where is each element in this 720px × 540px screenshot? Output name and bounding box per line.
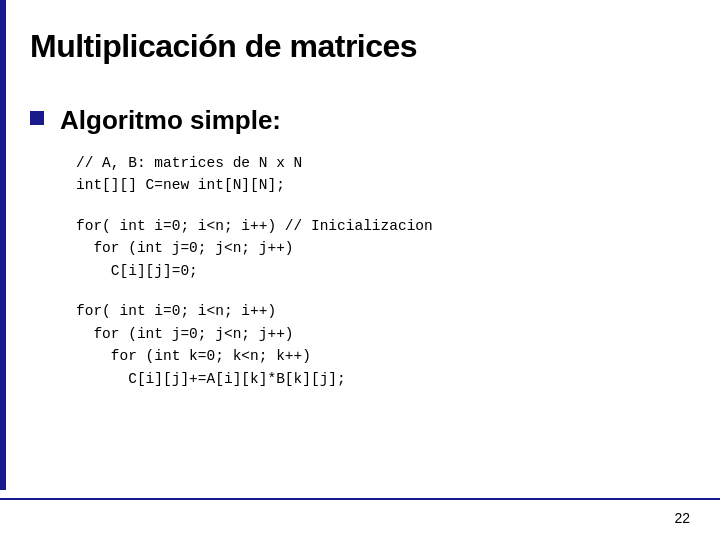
- code-block-3: for( int i=0; i<n; i++) for (int j=0; j<…: [76, 300, 680, 390]
- bullet-icon: [30, 111, 44, 125]
- slide: Multiplicación de matrices Algoritmo sim…: [0, 0, 720, 540]
- bullet-label: Algoritmo simple:: [60, 105, 281, 136]
- code-block-2: for( int i=0; i<n; i++) // Inicializacio…: [76, 215, 680, 282]
- left-accent-border: [0, 0, 6, 490]
- page-number: 22: [674, 510, 690, 526]
- bottom-accent-border: [0, 498, 720, 500]
- slide-content: Algoritmo simple: // A, B: matrices de N…: [0, 85, 720, 410]
- slide-header: Multiplicación de matrices: [0, 0, 720, 85]
- code-block-1: // A, B: matrices de N x N int[][] C=new…: [76, 152, 680, 197]
- slide-title: Multiplicación de matrices: [30, 28, 680, 65]
- bullet-item: Algoritmo simple:: [30, 105, 680, 136]
